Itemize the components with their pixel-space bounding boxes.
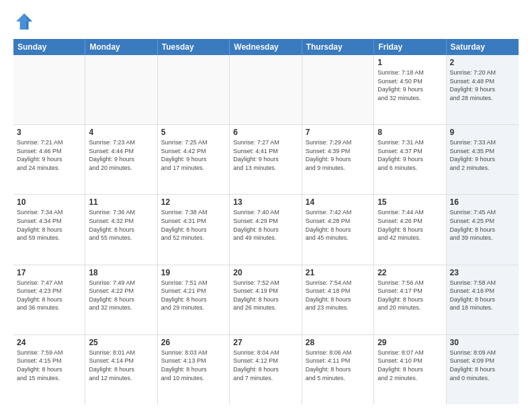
day-cell-15: 15Sunrise: 7:44 AM Sunset: 4:26 PM Dayli… — [374, 195, 446, 264]
day-number: 19 — [161, 268, 226, 277]
day-number: 26 — [161, 338, 226, 347]
day-info: Sunrise: 7:31 AM Sunset: 4:37 PM Dayligh… — [378, 138, 442, 172]
day-cell-14: 14Sunrise: 7:42 AM Sunset: 4:28 PM Dayli… — [302, 195, 374, 264]
empty-cell — [85, 55, 157, 124]
day-number: 1 — [378, 58, 442, 67]
day-cell-6: 6Sunrise: 7:27 AM Sunset: 4:41 PM Daylig… — [230, 125, 302, 194]
week-row-1: 3Sunrise: 7:21 AM Sunset: 4:46 PM Daylig… — [13, 125, 519, 195]
day-number: 13 — [233, 197, 298, 207]
day-cell-28: 28Sunrise: 8:06 AM Sunset: 4:11 PM Dayli… — [302, 335, 374, 404]
day-cell-21: 21Sunrise: 7:54 AM Sunset: 4:18 PM Dayli… — [302, 265, 374, 334]
day-info: Sunrise: 7:45 AM Sunset: 4:25 PM Dayligh… — [450, 208, 515, 242]
day-number: 5 — [161, 128, 226, 137]
day-number: 2 — [450, 58, 515, 67]
day-number: 30 — [450, 338, 515, 347]
day-info: Sunrise: 7:27 AM Sunset: 4:41 PM Dayligh… — [233, 138, 298, 172]
day-number: 14 — [306, 197, 370, 207]
header-day-thursday: Thursday — [302, 39, 374, 55]
day-number: 8 — [378, 128, 442, 137]
day-info: Sunrise: 7:33 AM Sunset: 4:35 PM Dayligh… — [450, 138, 515, 172]
day-cell-12: 12Sunrise: 7:38 AM Sunset: 4:31 PM Dayli… — [158, 195, 230, 264]
day-info: Sunrise: 7:21 AM Sunset: 4:46 PM Dayligh… — [17, 138, 81, 172]
header-day-friday: Friday — [374, 39, 446, 55]
day-number: 15 — [378, 197, 442, 207]
day-cell-13: 13Sunrise: 7:40 AM Sunset: 4:29 PM Dayli… — [230, 195, 302, 264]
day-number: 27 — [233, 338, 298, 347]
day-number: 18 — [89, 268, 153, 277]
day-number: 25 — [89, 338, 153, 347]
day-info: Sunrise: 7:54 AM Sunset: 4:18 PM Dayligh… — [306, 279, 370, 312]
empty-cell — [230, 55, 302, 124]
day-cell-1: 1Sunrise: 7:18 AM Sunset: 4:50 PM Daylig… — [374, 55, 446, 124]
day-info: Sunrise: 7:49 AM Sunset: 4:22 PM Dayligh… — [89, 279, 153, 312]
day-cell-8: 8Sunrise: 7:31 AM Sunset: 4:37 PM Daylig… — [374, 125, 446, 194]
day-info: Sunrise: 7:58 AM Sunset: 4:16 PM Dayligh… — [450, 279, 515, 312]
day-number: 21 — [306, 268, 370, 277]
day-info: Sunrise: 7:25 AM Sunset: 4:42 PM Dayligh… — [161, 138, 226, 172]
day-cell-24: 24Sunrise: 7:59 AM Sunset: 4:15 PM Dayli… — [13, 335, 85, 404]
day-cell-5: 5Sunrise: 7:25 AM Sunset: 4:42 PM Daylig… — [158, 125, 230, 194]
day-cell-17: 17Sunrise: 7:47 AM Sunset: 4:23 PM Dayli… — [13, 265, 85, 334]
day-cell-29: 29Sunrise: 8:07 AM Sunset: 4:10 PM Dayli… — [374, 335, 446, 404]
day-info: Sunrise: 8:03 AM Sunset: 4:13 PM Dayligh… — [161, 349, 226, 382]
calendar: SundayMondayTuesdayWednesdayThursdayFrid… — [13, 39, 519, 404]
day-cell-9: 9Sunrise: 7:33 AM Sunset: 4:35 PM Daylig… — [447, 125, 519, 194]
day-number: 23 — [450, 268, 515, 277]
header-day-tuesday: Tuesday — [158, 39, 230, 55]
day-cell-30: 30Sunrise: 8:09 AM Sunset: 4:09 PM Dayli… — [447, 335, 519, 404]
day-number: 10 — [17, 197, 81, 207]
header-day-saturday: Saturday — [447, 39, 519, 55]
day-cell-26: 26Sunrise: 8:03 AM Sunset: 4:13 PM Dayli… — [158, 335, 230, 404]
day-number: 7 — [306, 128, 370, 137]
week-row-2: 10Sunrise: 7:34 AM Sunset: 4:34 PM Dayli… — [13, 195, 519, 265]
day-number: 20 — [233, 268, 298, 277]
page: SundayMondayTuesdayWednesdayThursdayFrid… — [0, 0, 532, 411]
day-info: Sunrise: 8:07 AM Sunset: 4:10 PM Dayligh… — [378, 349, 442, 382]
day-cell-4: 4Sunrise: 7:23 AM Sunset: 4:44 PM Daylig… — [85, 125, 157, 194]
day-info: Sunrise: 7:52 AM Sunset: 4:19 PM Dayligh… — [233, 279, 298, 312]
empty-cell — [302, 55, 374, 124]
day-number: 3 — [17, 128, 81, 137]
day-cell-16: 16Sunrise: 7:45 AM Sunset: 4:25 PM Dayli… — [447, 195, 519, 264]
empty-cell — [158, 55, 230, 124]
day-info: Sunrise: 8:01 AM Sunset: 4:14 PM Dayligh… — [89, 349, 153, 382]
day-info: Sunrise: 7:34 AM Sunset: 4:34 PM Dayligh… — [17, 208, 81, 242]
day-info: Sunrise: 7:59 AM Sunset: 4:15 PM Dayligh… — [17, 349, 81, 382]
week-row-0: 1Sunrise: 7:18 AM Sunset: 4:50 PM Daylig… — [13, 55, 519, 125]
calendar-body: 1Sunrise: 7:18 AM Sunset: 4:50 PM Daylig… — [13, 55, 519, 404]
day-cell-22: 22Sunrise: 7:56 AM Sunset: 4:17 PM Dayli… — [374, 265, 446, 334]
day-cell-2: 2Sunrise: 7:20 AM Sunset: 4:48 PM Daylig… — [447, 55, 519, 124]
day-info: Sunrise: 7:20 AM Sunset: 4:48 PM Dayligh… — [450, 68, 515, 102]
day-info: Sunrise: 7:23 AM Sunset: 4:44 PM Dayligh… — [89, 138, 153, 172]
day-number: 4 — [89, 128, 153, 137]
day-info: Sunrise: 8:04 AM Sunset: 4:12 PM Dayligh… — [233, 349, 298, 382]
logo — [13, 11, 38, 32]
day-cell-18: 18Sunrise: 7:49 AM Sunset: 4:22 PM Dayli… — [85, 265, 157, 334]
day-cell-7: 7Sunrise: 7:29 AM Sunset: 4:39 PM Daylig… — [302, 125, 374, 194]
header-day-monday: Monday — [85, 39, 157, 55]
day-info: Sunrise: 7:36 AM Sunset: 4:32 PM Dayligh… — [89, 208, 153, 242]
day-info: Sunrise: 7:47 AM Sunset: 4:23 PM Dayligh… — [17, 279, 81, 312]
day-info: Sunrise: 7:38 AM Sunset: 4:31 PM Dayligh… — [161, 208, 226, 242]
day-info: Sunrise: 7:18 AM Sunset: 4:50 PM Dayligh… — [378, 68, 442, 102]
day-number: 28 — [306, 338, 370, 347]
day-cell-10: 10Sunrise: 7:34 AM Sunset: 4:34 PM Dayli… — [13, 195, 85, 264]
day-info: Sunrise: 7:42 AM Sunset: 4:28 PM Dayligh… — [306, 208, 370, 242]
day-info: Sunrise: 8:06 AM Sunset: 4:11 PM Dayligh… — [306, 349, 370, 382]
day-number: 22 — [378, 268, 442, 277]
day-info: Sunrise: 7:40 AM Sunset: 4:29 PM Dayligh… — [233, 208, 298, 242]
header-day-wednesday: Wednesday — [230, 39, 302, 55]
day-number: 9 — [450, 128, 515, 137]
day-cell-11: 11Sunrise: 7:36 AM Sunset: 4:32 PM Dayli… — [85, 195, 157, 264]
day-cell-25: 25Sunrise: 8:01 AM Sunset: 4:14 PM Dayli… — [85, 335, 157, 404]
logo-icon — [13, 11, 35, 32]
header — [13, 11, 519, 32]
day-info: Sunrise: 7:56 AM Sunset: 4:17 PM Dayligh… — [378, 279, 442, 312]
day-number: 29 — [378, 338, 442, 347]
day-cell-23: 23Sunrise: 7:58 AM Sunset: 4:16 PM Dayli… — [447, 265, 519, 334]
day-info: Sunrise: 7:51 AM Sunset: 4:21 PM Dayligh… — [161, 279, 226, 312]
day-number: 12 — [161, 197, 226, 207]
day-cell-3: 3Sunrise: 7:21 AM Sunset: 4:46 PM Daylig… — [13, 125, 85, 194]
week-row-4: 24Sunrise: 7:59 AM Sunset: 4:15 PM Dayli… — [13, 335, 519, 404]
day-number: 24 — [17, 338, 81, 347]
